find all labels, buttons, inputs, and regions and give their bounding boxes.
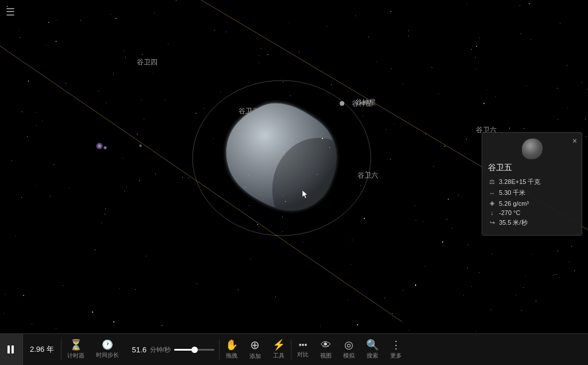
pan-icon: ✋	[225, 340, 238, 350]
star	[5, 294, 6, 295]
toolbar: 2.96 年 ⏳ 计时器 🕐 时间步长 51.6 分钟/秒 ✋ 拖拽 ⊕ 添加 …	[0, 333, 588, 365]
more-button[interactable]: ⋮ 更多	[385, 334, 408, 366]
star	[56, 328, 56, 329]
asteroid-svg	[216, 95, 348, 216]
star	[101, 222, 102, 223]
info-panel: × 谷卫五 ⚖ 3.28E+15 千克 ↔ 5.30 千米 ◈ 5.26 g/c…	[482, 132, 582, 236]
star	[95, 249, 95, 250]
compare-button[interactable]: ••• 对比	[291, 334, 314, 366]
star	[303, 242, 304, 243]
star	[144, 119, 144, 120]
simulate-label: 模拟	[343, 352, 355, 360]
panel-temperature-row: ↓ -270 °C	[488, 209, 576, 216]
ceres-label: 谷神星	[352, 99, 372, 109]
compare-label: 对比	[297, 351, 309, 359]
star	[21, 197, 22, 198]
panel-velocity: 35.5 米/秒	[499, 218, 528, 227]
star	[521, 310, 522, 311]
star	[142, 54, 143, 55]
close-panel-button[interactable]: ×	[572, 136, 577, 145]
tools-icon: ⚡	[272, 340, 285, 350]
star	[390, 159, 391, 160]
star	[408, 30, 409, 31]
star	[479, 38, 480, 39]
add-label: 添加	[249, 352, 261, 360]
star	[153, 73, 153, 74]
speed-slider-fill	[174, 349, 193, 351]
star	[92, 312, 93, 313]
star	[425, 134, 426, 135]
star	[283, 195, 283, 196]
star	[582, 82, 582, 83]
timestep-button[interactable]: 🕐 时间步长	[90, 334, 125, 366]
star	[80, 20, 81, 21]
star	[53, 164, 54, 165]
view-button[interactable]: 👁 视图	[314, 334, 337, 366]
timer-icon: ⏳	[70, 340, 82, 350]
star	[259, 63, 259, 63]
star	[331, 84, 332, 85]
pause-icon	[7, 345, 16, 354]
star	[390, 11, 391, 12]
panel-thumb-image	[522, 139, 543, 159]
star	[213, 139, 214, 139]
search-icon: 🔍	[366, 340, 379, 350]
star	[366, 171, 367, 172]
star	[195, 113, 197, 114]
star	[249, 175, 249, 175]
star	[66, 83, 66, 83]
star	[32, 324, 32, 324]
panel-title: 谷卫五	[488, 163, 576, 173]
density-icon: ◈	[488, 199, 496, 207]
simulate-button[interactable]: ◎ 模拟	[337, 334, 360, 366]
view-label: 视图	[320, 352, 332, 360]
speed-value: 51.6	[129, 345, 147, 354]
star	[448, 199, 449, 200]
star	[362, 116, 363, 116]
star	[415, 285, 416, 286]
panel-diameter: 5.30 千米	[499, 189, 525, 197]
star	[63, 285, 63, 286]
star	[425, 266, 425, 267]
star	[146, 256, 147, 256]
distant-object-2	[103, 146, 107, 149]
velocity-icon: ↪	[488, 219, 496, 226]
star	[113, 321, 114, 322]
pan-label: 拖拽	[226, 352, 237, 360]
speed-slider[interactable]	[174, 349, 214, 351]
timer-button[interactable]: ⏳ 计时器	[62, 334, 90, 366]
star	[355, 16, 356, 16]
pause-button[interactable]	[0, 334, 23, 366]
panel-density-row: ◈ 5.26 g/cm³	[488, 199, 576, 207]
star	[532, 254, 532, 255]
star	[509, 128, 510, 129]
distant-object-3	[139, 144, 142, 147]
star	[162, 325, 163, 326]
search-button[interactable]: 🔍 搜索	[360, 334, 385, 366]
star	[36, 125, 37, 126]
distant-object-1	[96, 143, 103, 149]
panel-velocity-row: ↪ 35.5 米/秒	[488, 218, 576, 227]
star	[182, 177, 183, 178]
compare-icon: •••	[299, 341, 308, 349]
star	[164, 99, 165, 100]
star	[567, 65, 567, 66]
panel-diameter-row: ↔ 5.30 千米	[488, 189, 576, 197]
simulate-icon: ◎	[344, 340, 353, 350]
star	[274, 149, 275, 149]
star	[463, 295, 464, 295]
add-button[interactable]: ⊕ 添加	[244, 334, 267, 366]
tools-button[interactable]: ⚡ 工具	[267, 334, 291, 366]
star	[189, 178, 189, 178]
menu-button[interactable]: ☰	[6, 6, 15, 18]
star	[556, 274, 556, 275]
star	[479, 272, 479, 273]
pan-button[interactable]: ✋ 拖拽	[220, 334, 244, 366]
more-icon: ⋮	[391, 340, 401, 350]
star	[23, 295, 24, 296]
star	[42, 121, 43, 121]
star	[559, 277, 559, 278]
star	[48, 22, 49, 23]
star	[444, 146, 445, 147]
star	[22, 112, 22, 112]
